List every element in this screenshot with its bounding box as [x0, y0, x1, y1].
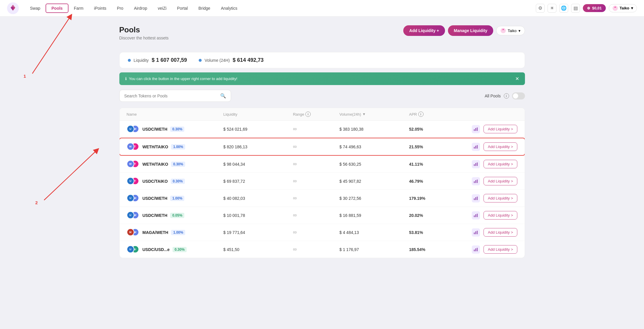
chart-icon[interactable]	[472, 245, 480, 254]
fee-badge: 0.30%	[171, 162, 185, 167]
nav-analytics[interactable]: Analytics	[215, 4, 242, 12]
table-row[interactable]: U W USDC/WETH 0.05% $ 10 001,78 ∞ $ 16 8…	[120, 207, 525, 224]
table-row[interactable]: U W USDC/WETH 1.00% $ 40 082,03 ∞ $ 30 2…	[120, 190, 525, 207]
page-actions: Add Liquidity + Manage Liquidity Taiko ▾	[403, 25, 525, 36]
col-volume[interactable]: Volume(24h) ▼	[339, 112, 409, 117]
svg-rect-22	[475, 231, 476, 234]
table-row[interactable]: W T WETH/TAIKO 0.30% $ 98 044,34 ∞ $ 56 …	[120, 156, 525, 173]
table-row[interactable]: W T WETH/TAIKO 1.00% $ 820 186,13 ∞ $ 74…	[120, 138, 525, 156]
svg-rect-14	[477, 180, 478, 183]
volume-sort-icon[interactable]: ▼	[362, 112, 366, 116]
all-pools-toggle-switch[interactable]	[512, 92, 525, 99]
add-liquidity-row-button[interactable]: Add Liquidity >	[484, 245, 518, 254]
nav-ipoints[interactable]: iPoints	[89, 4, 112, 12]
annotation-label-2: 2	[35, 200, 38, 205]
svg-rect-15	[474, 198, 475, 200]
range-infinity: ∞	[293, 212, 297, 218]
network-name: Taiko	[620, 6, 629, 10]
all-pools-label: All Pools	[485, 94, 501, 98]
add-liquidity-row-button[interactable]: Add Liquidity >	[484, 194, 518, 202]
chart-icon[interactable]	[472, 125, 480, 133]
nav-pro[interactable]: Pro	[112, 4, 129, 12]
settings-icon[interactable]: ⚙	[536, 4, 545, 13]
volume-dot	[199, 59, 202, 62]
apr-cell: 46.79%	[409, 179, 448, 184]
nav-farm[interactable]: Farm	[68, 4, 89, 12]
chart-icon[interactable]	[472, 160, 480, 168]
fee-badge: 0.30%	[173, 247, 187, 252]
add-liquidity-row-button[interactable]: Add Liquidity >	[484, 160, 518, 168]
wallet-icon: ⊕	[587, 6, 590, 10]
apr-cell: 185.54%	[409, 247, 448, 252]
liquidity-cell: $ 69 837,72	[223, 179, 293, 184]
add-liquidity-row-button[interactable]: Add Liquidity >	[484, 177, 518, 185]
info-banner-close[interactable]: ✕	[515, 76, 519, 82]
chart-svg	[474, 179, 478, 184]
apr-info-icon[interactable]: i	[418, 112, 424, 117]
nav-airdrop[interactable]: Airdrop	[129, 4, 153, 12]
pair-icons: U W	[127, 194, 140, 202]
table-body: U W USDC/WETH 0.30% $ 524 021,69 ∞ $ 383…	[120, 121, 525, 258]
logo[interactable]	[7, 2, 19, 14]
add-liquidity-row-button[interactable]: Add Liquidity >	[484, 228, 518, 237]
svg-rect-9	[474, 164, 475, 166]
nav-portal[interactable]: Portal	[172, 4, 193, 12]
action-cell: Add Liquidity >	[448, 211, 517, 220]
add-liquidity-row-button[interactable]: Add Liquidity >	[484, 125, 518, 133]
add-liquidity-button[interactable]: Add Liquidity +	[403, 25, 445, 36]
search-input[interactable]	[124, 94, 217, 98]
table-row[interactable]: U W USDC/WETH 0.30% $ 524 021,69 ∞ $ 383…	[120, 121, 525, 138]
manage-liquidity-button[interactable]: Manage Liquidity	[448, 25, 493, 36]
theme-icon[interactable]: ☀	[548, 4, 556, 13]
chart-icon[interactable]	[472, 177, 480, 185]
liquidity-label: Liquidity	[134, 58, 149, 63]
all-pools-toggle: All Pools i	[485, 92, 525, 99]
add-liquidity-row-button[interactable]: Add Liquidity >	[484, 211, 518, 220]
range-info-icon[interactable]: i	[305, 112, 311, 117]
svg-rect-25	[475, 248, 476, 251]
wallet-balance: $0,01	[592, 6, 602, 10]
action-cell: Add Liquidity >	[448, 160, 517, 168]
nav-pools[interactable]: Pools	[46, 4, 68, 13]
svg-rect-13	[475, 180, 476, 183]
svg-rect-5	[477, 127, 478, 131]
all-pools-info-icon[interactable]: i	[504, 93, 509, 99]
pair-icons: M W	[127, 228, 140, 237]
liquidity-cell: $ 98 044,34	[223, 162, 293, 167]
range-cell: ∞	[293, 246, 339, 252]
language-icon[interactable]: 🌐	[559, 4, 568, 13]
search-box[interactable]: 🔍	[119, 90, 231, 102]
token1-icon: W	[127, 160, 134, 168]
wallet-button[interactable]: ⊕ $0,01	[583, 4, 606, 12]
pair-cell: U W USDC/WETH 0.30%	[127, 125, 223, 133]
nav-swap[interactable]: Swap	[25, 4, 46, 12]
pool-network-selector[interactable]: Taiko ▾	[496, 26, 525, 35]
table-row[interactable]: U U USDC/USD...e 0.30% $ 451,50 ∞ $ 1 17…	[120, 241, 525, 258]
chart-toggle-icon[interactable]: ▤	[571, 4, 580, 13]
liquidity-cell: $ 524 021,69	[223, 127, 293, 132]
add-liquidity-row-button[interactable]: Add Liquidity >	[484, 142, 518, 151]
network-selector[interactable]: Taiko ▾	[609, 4, 637, 12]
col-apr: APR i	[409, 112, 448, 117]
nav-veizi[interactable]: veiZi	[153, 4, 172, 12]
chart-icon[interactable]	[472, 143, 480, 151]
chart-svg	[474, 196, 478, 201]
range-cell: ∞	[293, 212, 339, 218]
pair-name: MAGA/WETH	[143, 230, 168, 235]
chart-icon[interactable]	[472, 194, 480, 202]
table-row[interactable]: M W MAGA/WETH 1.00% $ 19 771,64 ∞ $ 4 48…	[120, 224, 525, 241]
stats-bar: Liquidity $ 1 607 007,59 Volume (24H) $ …	[119, 52, 525, 68]
range-infinity: ∞	[293, 178, 297, 184]
search-icon: 🔍	[220, 93, 226, 99]
chart-svg	[474, 144, 478, 149]
taiko-dropdown-icon	[501, 28, 506, 33]
col-name: Name	[127, 112, 223, 117]
chart-svg	[474, 247, 478, 252]
nav-bridge[interactable]: Bridge	[193, 4, 215, 12]
chart-svg	[474, 127, 478, 132]
pair-icons: U W	[127, 211, 140, 220]
volume-cell: $ 74 496,63	[339, 144, 409, 149]
chart-icon[interactable]	[472, 228, 480, 237]
table-row[interactable]: U T USDC/TAIKO 0.30% $ 69 837,72 ∞ $ 45 …	[120, 173, 525, 190]
chart-icon[interactable]	[472, 211, 480, 220]
